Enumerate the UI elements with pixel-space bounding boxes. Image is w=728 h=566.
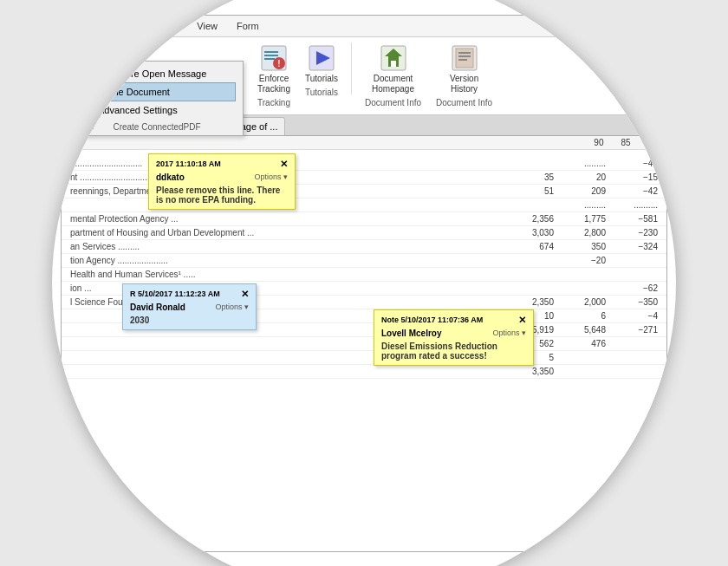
comment-2-options[interactable]: Options ▾ [215, 303, 249, 311]
table-row: 562 476 [62, 337, 666, 351]
comment-3-author: Lovell Mcelroy [381, 329, 441, 338]
configure-open-message-item[interactable]: ⚙ Configure Open Message [78, 65, 236, 82]
comment-2-timestamp: R 5/10/2017 11:12:23 AM [130, 290, 220, 298]
comment-3-timestamp: 5/10/2017 11:07:36 AM [401, 316, 484, 324]
tutorials-icon [308, 44, 335, 72]
tutorials-label: Tutorials [305, 74, 338, 84]
history-icon [451, 44, 478, 72]
svg-rect-1 [264, 51, 278, 53]
comment-1-author: ddkato [156, 172, 185, 182]
ribbon: Organize Comment View Form [62, 16, 666, 37]
column-numbers: 90 85 −5 [62, 136, 666, 150]
version-history-label: VersionHistory [450, 74, 478, 94]
enforce-tracking-icon: ! [260, 44, 288, 72]
comment-3-body: Diesel Emissions Reduction program rated… [381, 342, 526, 361]
tutorials-button[interactable]: Tutorials Tutorials [300, 42, 343, 99]
comment-3-options[interactable]: Options ▾ [492, 329, 526, 337]
create-connectedpdf-dropdown: ⚙ Configure Open Message 📄 Clone Documen… [70, 61, 244, 136]
tab-form[interactable]: Form [228, 19, 268, 33]
col-3: −5 [648, 138, 658, 147]
version-history-button[interactable]: VersionHistory Document Info [431, 42, 497, 109]
comment-bubble-3: Note 5/10/2017 11:07:36 AM ✕ Lovell Mcel… [374, 309, 534, 366]
clone-document-item[interactable]: 📄 Clone Document [78, 82, 236, 101]
comment-3-close[interactable]: ✕ [518, 315, 526, 326]
document-area: 90 85 −5 .............................. … [62, 136, 666, 552]
comment-bubble-2: R 5/10/2017 11:12:23 AM ✕ David Ronald O… [122, 283, 257, 330]
document-homepage-button[interactable]: DocumentHomepage Document Info [360, 42, 426, 109]
enforce-tracking-section: Tracking [257, 98, 290, 107]
svg-rect-11 [391, 61, 396, 67]
document-homepage-label: DocumentHomepage [372, 74, 414, 94]
table-row: 3,350 [62, 365, 666, 379]
comment-1-body: Please remove this line. There is no mor… [156, 185, 288, 205]
main-window: Organize Comment View Form ⚙ Configure O… [52, 0, 676, 566]
enforce-tracking-label: EnforceTracking [257, 74, 290, 94]
clone-label: Clone Document [99, 87, 170, 97]
comment-bubble-1: 2017 11:10:18 AM ✕ ddkato Options ▾ Plea… [148, 153, 296, 210]
table-row: Health and Human Services¹ ..... [62, 268, 666, 282]
configure-icon: ⚙ [81, 68, 94, 80]
comment-2-close[interactable]: ✕ [241, 289, 249, 300]
svg-rect-2 [264, 55, 278, 56]
table-row: partment of Housing and Urban Developmen… [62, 226, 666, 240]
advanced-settings-item[interactable]: ⚙ Advanced Settings [78, 101, 236, 119]
comment-1-header: 2017 11:10:18 AM ✕ [156, 159, 288, 170]
table-row: 5 [62, 351, 666, 365]
table-row: an Services ......... 674 350 −324 [62, 240, 666, 254]
tab-view[interactable]: View [188, 19, 226, 33]
comment-2-author: David Ronald [130, 303, 185, 312]
comment-2-meta: David Ronald Options ▾ [130, 303, 249, 312]
table-row: mental Protection Agency ... 2,356 1,775… [62, 212, 666, 226]
comment-3-meta: Lovell Mcelroy Options ▾ [381, 329, 526, 338]
comment-1-meta: ddkato Options ▾ [156, 172, 288, 182]
create-connectedpdf-label: Create ConnectedPDF [78, 122, 236, 132]
enforce-tracking-button[interactable]: ! EnforceTracking Tracking [252, 42, 296, 109]
col-1: 90 [594, 138, 603, 147]
comment-3-note-label: Note 5/10/2017 11:07:36 AM [381, 316, 483, 324]
comment-1-options[interactable]: Options ▾ [254, 172, 288, 181]
tutorials-section: Tutorials [305, 88, 338, 97]
svg-rect-3 [264, 58, 275, 60]
svg-text:!: ! [277, 59, 280, 68]
svg-rect-13 [456, 49, 473, 68]
comment-1-close[interactable]: ✕ [280, 159, 288, 170]
svg-rect-14 [458, 52, 471, 54]
comment-3-header: Note 5/10/2017 11:07:36 AM ✕ [381, 315, 526, 326]
tab-comment[interactable]: Comment [128, 19, 187, 33]
ribbon-tabs: Organize Comment View Form [62, 19, 666, 33]
comment-1-timestamp: 2017 11:10:18 AM [156, 159, 221, 168]
note-label: Note [381, 316, 399, 324]
homepage-section: Document Info [365, 98, 421, 107]
clone-icon: 📄 [82, 86, 94, 98]
tab-organize[interactable]: Organize [70, 19, 127, 33]
svg-rect-15 [458, 55, 471, 57]
ribbon-content: ⚙ Configure Open Message 📄 Clone Documen… [62, 37, 666, 115]
comment-2-body: 2030 [130, 316, 249, 325]
svg-rect-16 [458, 59, 467, 61]
homepage-icon [380, 44, 407, 72]
settings-icon: ⚙ [81, 104, 94, 116]
history-section: Document Info [436, 98, 492, 107]
col-2: 85 [621, 138, 630, 147]
comment-2-header: R 5/10/2017 11:12:23 AM ✕ [130, 289, 249, 300]
application-window: Organize Comment View Form ⚙ Configure O… [61, 15, 667, 552]
advanced-settings-label: Advanced Settings [98, 105, 178, 115]
table-row: tion Agency ..................... −20 [62, 254, 666, 268]
configure-label: Configure Open Message [98, 68, 206, 79]
